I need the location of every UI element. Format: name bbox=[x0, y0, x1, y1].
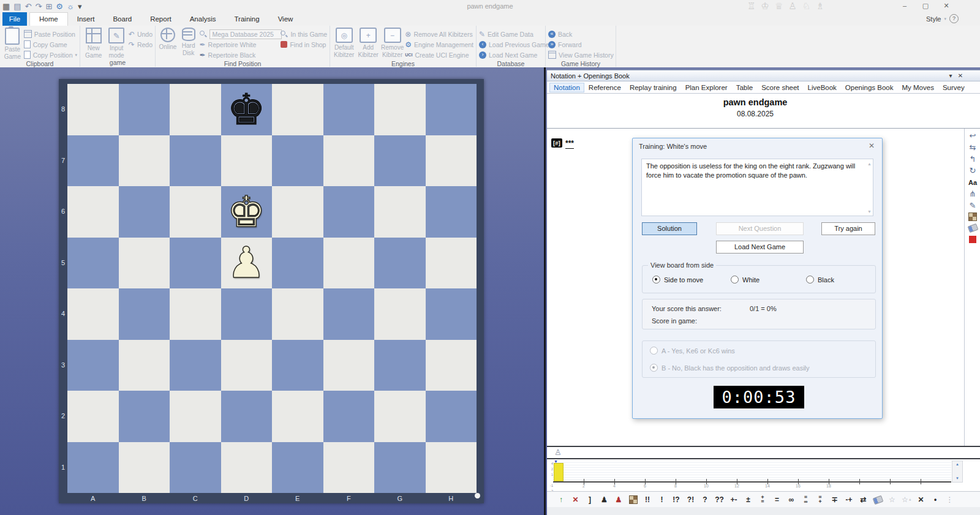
blunder-icon[interactable]: ?? bbox=[713, 494, 726, 506]
interesting-move-icon[interactable]: !? bbox=[669, 494, 683, 506]
board-square-a3[interactable] bbox=[67, 340, 119, 391]
input-mode-button[interactable]: ✎ Input mode bbox=[105, 27, 127, 59]
try-again-button[interactable]: Try again bbox=[821, 222, 875, 235]
panel-menu-icon[interactable]: ▾ bbox=[946, 72, 955, 79]
find-in-shop-button[interactable]: Find in Shop bbox=[281, 39, 327, 50]
board-square-h3[interactable] bbox=[426, 340, 477, 391]
panel-tab-openings-book[interactable]: Openings Book bbox=[841, 83, 898, 92]
board-square-g4[interactable] bbox=[374, 288, 426, 340]
red-piece-icon[interactable]: ♟ bbox=[612, 494, 625, 506]
back-button[interactable]: « Back bbox=[548, 29, 614, 39]
paste-position-button[interactable]: Paste Position bbox=[24, 29, 77, 39]
paste-game-button[interactable]: Paste Game bbox=[2, 27, 23, 60]
board-square-a1[interactable] bbox=[67, 442, 119, 494]
white-king[interactable]: ♚ bbox=[227, 190, 266, 233]
eraser-icon[interactable] bbox=[967, 224, 978, 234]
board-square-g1[interactable] bbox=[374, 442, 426, 494]
board-square-e1[interactable] bbox=[272, 442, 323, 494]
board-square-d6[interactable]: ♚ bbox=[221, 186, 273, 238]
ribbon-tab-report[interactable]: Report bbox=[141, 12, 181, 26]
ribbon-tab-board[interactable]: Board bbox=[104, 12, 141, 26]
scroll-up-icon[interactable]: ▲ bbox=[867, 162, 872, 166]
board-square-b7[interactable] bbox=[119, 135, 170, 187]
board-square-b3[interactable] bbox=[119, 340, 170, 391]
edit-game-data-button[interactable]: ✎ Edit Game Data bbox=[479, 29, 549, 39]
board-square-b4[interactable] bbox=[119, 288, 170, 340]
repertoire-black-button[interactable]: ✒ Repertoire Black bbox=[200, 50, 280, 60]
radio-side-to-move[interactable]: Side to move bbox=[652, 276, 703, 284]
column-icon[interactable]: ⋮ bbox=[943, 494, 957, 506]
board-square-d4[interactable] bbox=[221, 288, 273, 340]
board-square-a6[interactable] bbox=[67, 186, 119, 238]
board-square-g3[interactable] bbox=[374, 340, 426, 391]
view-game-history-button[interactable]: View Game History bbox=[548, 50, 614, 60]
board-position-icon[interactable] bbox=[627, 494, 640, 506]
create-uci-engine-button[interactable]: UCI Create UCI Engine bbox=[405, 50, 473, 60]
file-tab[interactable]: File bbox=[2, 12, 27, 26]
star-plus-icon[interactable]: ☆+ bbox=[900, 494, 913, 506]
board-square-c8[interactable] bbox=[170, 84, 221, 135]
board-square-e8[interactable] bbox=[272, 84, 323, 135]
default-kibitzer-button[interactable]: ◎ Default Kibitzer bbox=[333, 27, 355, 60]
board-square-h6[interactable] bbox=[426, 186, 477, 238]
remove-all-kibitzers-button[interactable]: ⊗ Remove All Kibitzers bbox=[405, 29, 473, 39]
board-square-h5[interactable] bbox=[426, 238, 477, 289]
bracket-icon[interactable]: ] bbox=[583, 494, 597, 506]
white-better-icon[interactable]: ± bbox=[742, 494, 755, 506]
panel-close-icon[interactable]: ✕ bbox=[956, 72, 965, 79]
board-square-e5[interactable] bbox=[272, 238, 323, 289]
panel-tab-notation[interactable]: Notation bbox=[549, 83, 584, 92]
graph-scrollbar[interactable]: ▲ ▼ bbox=[952, 460, 963, 483]
takeback-icon[interactable]: ↩ bbox=[967, 131, 978, 141]
forward-button[interactable]: » Forward bbox=[548, 39, 614, 50]
variations-icon[interactable]: ⇆ bbox=[967, 143, 978, 152]
white-winning-icon[interactable]: +- bbox=[727, 494, 741, 506]
board-square-h2[interactable] bbox=[426, 391, 477, 442]
board-square-f7[interactable] bbox=[323, 135, 375, 187]
mistake-icon[interactable]: ? bbox=[698, 494, 712, 506]
text-format-icon[interactable]: Aa bbox=[967, 178, 978, 187]
board-square-g8[interactable] bbox=[374, 84, 426, 135]
board-square-h1[interactable] bbox=[426, 442, 477, 494]
board-square-a8[interactable] bbox=[67, 84, 119, 135]
arrow-up-icon[interactable]: ↑ bbox=[554, 494, 568, 506]
white-slightly-better-icon[interactable]: += bbox=[756, 494, 769, 506]
board-resize-handle[interactable] bbox=[475, 493, 480, 498]
board-square-f4[interactable] bbox=[323, 288, 375, 340]
add-kibitzer-button[interactable]: + Add Kibitzer bbox=[356, 27, 379, 60]
brightness-icon[interactable]: ☼ bbox=[67, 2, 74, 10]
hard-disk-button[interactable]: Hard Disk bbox=[179, 27, 198, 60]
replay-icon[interactable]: ↻ bbox=[967, 166, 978, 176]
style-selector[interactable]: Style ▾ ? bbox=[926, 14, 959, 23]
board-square-d1[interactable] bbox=[221, 442, 273, 494]
board-square-g5[interactable] bbox=[374, 238, 426, 289]
board-square-e6[interactable] bbox=[272, 186, 323, 238]
pen-icon[interactable]: ✎ bbox=[967, 201, 978, 211]
board-square-b1[interactable] bbox=[119, 442, 170, 494]
board-square-e7[interactable] bbox=[272, 135, 323, 187]
delete-icon[interactable]: ✕ bbox=[914, 494, 928, 506]
board-window-icon[interactable]: ⊞ bbox=[45, 2, 52, 10]
panel-splitter[interactable] bbox=[544, 67, 546, 515]
board-square-d3[interactable] bbox=[221, 340, 273, 391]
panel-tab-reference[interactable]: Reference bbox=[584, 83, 625, 92]
ribbon-tab-analysis[interactable]: Analysis bbox=[181, 12, 225, 26]
white-pawn[interactable]: ♟ bbox=[227, 241, 266, 284]
eraser-icon[interactable] bbox=[871, 494, 884, 506]
board-square-a5[interactable] bbox=[67, 238, 119, 289]
ribbon-tab-insert[interactable]: Insert bbox=[68, 12, 104, 26]
undo-icon[interactable]: ↶ bbox=[25, 2, 32, 10]
online-button[interactable]: Online bbox=[158, 27, 178, 60]
redo-button[interactable]: ↷ Redo bbox=[129, 39, 153, 50]
board-square-f5[interactable] bbox=[323, 238, 375, 289]
maximize-button[interactable]: ▢ bbox=[915, 0, 936, 12]
board-square-c2[interactable] bbox=[170, 391, 221, 442]
panel-tab-table[interactable]: Table bbox=[732, 83, 758, 92]
in-this-game-button[interactable]: In this Game bbox=[281, 29, 327, 39]
more-icon[interactable]: ▾ bbox=[78, 2, 82, 10]
board-square-d5[interactable]: ♟ bbox=[221, 238, 273, 289]
color-red-icon[interactable] bbox=[967, 236, 978, 246]
board-square-c7[interactable] bbox=[170, 135, 221, 187]
unclear-icon[interactable]: ∞ bbox=[785, 494, 798, 506]
black-piece-icon[interactable]: ♟ bbox=[598, 494, 611, 506]
